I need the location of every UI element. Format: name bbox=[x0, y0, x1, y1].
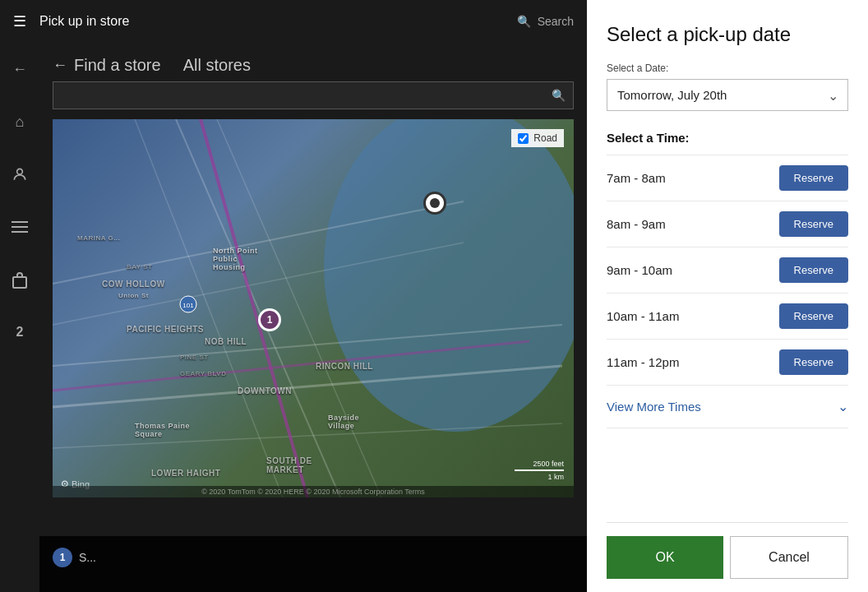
reserve-button-5[interactable]: Reserve bbox=[779, 349, 848, 375]
copyright-bar: © 2020 TomTom © 2020 HERE © 2020 Microso… bbox=[53, 486, 574, 497]
left-panel: ☰ Pick up in store 🔍 Search ← ⌂ bbox=[0, 0, 587, 592]
date-select-wrapper: Tomorrow, July 20th ⌄ bbox=[607, 79, 848, 111]
bottom-bar: 1 S... bbox=[39, 536, 587, 592]
scale-km: 1 km bbox=[547, 473, 564, 481]
reserve-button-3[interactable]: Reserve bbox=[779, 257, 848, 283]
right-panel: Select a pick-up date Select a Date: Tom… bbox=[587, 0, 868, 592]
time-text-4: 10am - 11am bbox=[607, 309, 679, 323]
map-label-bay-st: Bay St bbox=[127, 263, 152, 271]
store-search-container: 🔍 bbox=[39, 81, 587, 119]
svg-rect-2 bbox=[12, 226, 28, 228]
time-slot-1: 7am - 8am Reserve bbox=[607, 155, 848, 201]
map-label-pine: Pine St bbox=[180, 354, 209, 361]
cancel-button[interactable]: Cancel bbox=[730, 536, 848, 579]
time-text-5: 11am - 12pm bbox=[607, 355, 679, 369]
map-label-lower-haight: LOWER HAIGHT bbox=[151, 469, 220, 478]
reserve-button-2[interactable]: Reserve bbox=[779, 211, 848, 237]
reserve-button-4[interactable]: Reserve bbox=[779, 303, 848, 329]
map-label-thomas: Thomas PaineSquare bbox=[135, 422, 190, 438]
reserve-button-1[interactable]: Reserve bbox=[779, 165, 848, 191]
map-label-downtown: DOWNTOWN bbox=[238, 386, 292, 395]
side-icons: ← ⌂ 2 bbox=[0, 43, 39, 349]
panel-title: Select a pick-up date bbox=[607, 23, 848, 46]
back-icon[interactable]: ← bbox=[3, 53, 36, 86]
time-slots-list: 7am - 8am Reserve 8am - 9am Reserve 9am … bbox=[607, 155, 848, 386]
map-label-bayside: BaysideVillage bbox=[328, 414, 359, 430]
map-label-rincon: RINCON HILL bbox=[316, 362, 373, 371]
map-label-geary: Geary Blvd bbox=[180, 370, 226, 377]
search-nav-label: Search bbox=[538, 15, 574, 28]
time-slot-2: 8am - 9am Reserve bbox=[607, 201, 848, 247]
number-2-badge: 2 bbox=[3, 316, 36, 349]
bag-icon[interactable] bbox=[3, 263, 36, 296]
search-bar-nav: 🔍 Search bbox=[517, 15, 574, 28]
store-header: ← Find a store All stores bbox=[39, 43, 587, 81]
date-select-label: Select a Date: bbox=[607, 62, 848, 74]
road-label: Road bbox=[533, 132, 557, 144]
map-label-cow-hollow: COW HOLLOW bbox=[102, 280, 165, 289]
all-stores-link[interactable]: All stores bbox=[183, 56, 251, 75]
search-nav-icon: 🔍 bbox=[517, 15, 531, 28]
time-slot-4: 10am - 11am Reserve bbox=[607, 294, 848, 340]
time-slot-3: 9am - 10am Reserve bbox=[607, 247, 848, 294]
scale-feet: 2500 feet bbox=[533, 460, 564, 468]
svg-rect-1 bbox=[12, 221, 28, 223]
svg-rect-3 bbox=[12, 231, 28, 233]
svg-text:101: 101 bbox=[182, 302, 194, 309]
map-label-marina: Marina G... bbox=[77, 234, 120, 242]
view-more-times-row[interactable]: View More Times ⌄ bbox=[607, 386, 848, 428]
time-slot-5: 11am - 12pm Reserve bbox=[607, 340, 848, 386]
view-more-times-label: View More Times bbox=[607, 400, 701, 414]
ok-button[interactable]: OK bbox=[607, 536, 723, 579]
store-back-button[interactable]: ← bbox=[53, 57, 67, 74]
date-select[interactable]: Tomorrow, July 20th bbox=[607, 79, 848, 111]
time-text-1: 7am - 8am bbox=[607, 171, 666, 185]
svg-point-0 bbox=[17, 169, 23, 174]
map-label-north-point: North PointPublicHousing bbox=[213, 247, 258, 271]
divider bbox=[168, 56, 177, 75]
time-text-3: 9am - 10am bbox=[607, 263, 672, 277]
panel-footer: OK Cancel bbox=[607, 522, 848, 592]
menu-icon[interactable] bbox=[3, 210, 36, 243]
map-pin-1[interactable]: 1 bbox=[258, 308, 281, 331]
svg-line-8 bbox=[53, 423, 562, 448]
hamburger-icon[interactable]: ☰ bbox=[13, 12, 26, 30]
map-roads-svg: 101 101 bbox=[53, 119, 574, 497]
map-container: 101 101 COW HOLLOW Union St NOB HILL PAC… bbox=[53, 119, 574, 497]
find-store-title: Find a store bbox=[74, 56, 161, 75]
store-info: S... bbox=[79, 551, 96, 564]
store-content: ← Find a store All stores 🔍 Availa bbox=[39, 43, 587, 592]
scale-line bbox=[515, 469, 564, 471]
time-text-2: 8am - 9am bbox=[607, 217, 666, 231]
view-more-chevron-icon: ⌄ bbox=[838, 399, 848, 414]
store-search-wrapper: 🔍 bbox=[53, 81, 574, 109]
map-label-nob-hill: NOB HILL bbox=[205, 337, 247, 346]
home-icon[interactable]: ⌂ bbox=[3, 105, 36, 138]
map-background: 101 101 COW HOLLOW Union St NOB HILL PAC… bbox=[53, 119, 574, 497]
store-number-badge: 1 bbox=[53, 548, 72, 567]
nav-title: Pick up in store bbox=[39, 14, 504, 29]
people-icon[interactable] bbox=[3, 158, 36, 191]
top-nav: ☰ Pick up in store 🔍 Search bbox=[0, 0, 587, 43]
scale-bar: 2500 feet 1 km bbox=[515, 460, 564, 481]
map-pin-target bbox=[423, 192, 446, 215]
store-search-input[interactable] bbox=[53, 81, 574, 109]
road-checkbox-input[interactable] bbox=[518, 133, 529, 144]
svg-point-5 bbox=[324, 119, 574, 432]
map-label-pacific: PACIFIC HEIGHTS bbox=[127, 325, 204, 334]
svg-rect-4 bbox=[13, 277, 26, 288]
map-label-union: Union St bbox=[118, 292, 149, 299]
map-label-south: SOUTH DEMARKET bbox=[266, 456, 312, 474]
time-select-label: Select a Time: bbox=[607, 131, 848, 145]
road-checkbox[interactable]: Road bbox=[511, 129, 564, 147]
